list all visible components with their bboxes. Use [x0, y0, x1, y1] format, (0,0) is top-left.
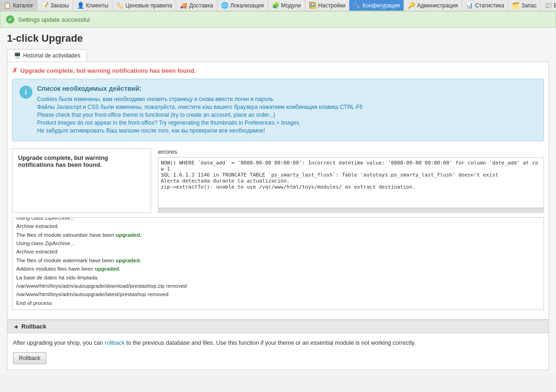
- tab-bar: 🖥️ Historial de actividades: [7, 49, 549, 62]
- tab-label: Historial de actividades: [23, 52, 80, 59]
- log-box[interactable]: Archive extractedThe files of module soc…: [12, 217, 544, 310]
- nav-delivery[interactable]: 🚚 Доставка: [176, 0, 217, 11]
- rollback-section: ◄ Rollback After upgrading your shop, yo…: [7, 320, 549, 370]
- log-upgraded-word: upgraded.: [115, 258, 141, 263]
- localization-icon: 🌐: [221, 2, 228, 9]
- catalog-icon: 📋: [4, 2, 11, 9]
- errors-title: errores: [158, 148, 544, 155]
- nav-settings[interactable]: 🖼️ Настройки: [305, 0, 350, 11]
- success-icon: ✓: [6, 15, 14, 24]
- nav-stock[interactable]: 🗂️ Запас: [508, 0, 541, 11]
- tab-content: ✗ Upgrade complete, but warning notifica…: [7, 62, 549, 320]
- log-line: /var/www/html/toys/adm/autoupgrade/downl…: [16, 282, 540, 290]
- nav-prices[interactable]: 🏷️ Ценовые правила: [113, 0, 176, 11]
- nav-stats[interactable]: 📊 Статистика: [462, 0, 508, 11]
- log-upgraded-word: upgraded.: [116, 232, 142, 238]
- nav-config-label: Конфигурация: [362, 2, 400, 9]
- stock-icon: 🗂️: [512, 2, 519, 9]
- log-line: The files of module vatnumber have been …: [16, 231, 540, 239]
- nav-localization-label: Локализация: [230, 2, 264, 9]
- nav-config[interactable]: 🔧 Конфигурация: [349, 0, 404, 11]
- errors-panel: errores NOW() WHERE `date_add` = '0000-0…: [158, 148, 544, 213]
- nav-catalog[interactable]: 📋 Каталог: [0, 0, 38, 11]
- nav-stats-label: Статистика: [475, 2, 504, 9]
- left-status-box: Upgrade complete, but warning notificati…: [12, 148, 151, 213]
- nav-clients[interactable]: 👤 Клиенты: [73, 0, 113, 11]
- log-line: Using class ZipArchive...: [16, 239, 540, 247]
- blog-icon: 📰: [544, 2, 552, 9]
- tab-activities[interactable]: 🖥️ Historial de actividades: [7, 49, 87, 62]
- top-nav: 📋 Каталог 📝 Заказы 👤 Клиенты 🏷️ Ценовые …: [0, 0, 556, 11]
- success-text: Settings update successful: [18, 16, 90, 23]
- nav-prices-label: Ценовые правила: [126, 2, 172, 9]
- log-line: La base de datos ha sido limpiada.: [16, 273, 540, 282]
- settings-icon: 🖼️: [309, 2, 316, 9]
- nav-delivery-label: Доставка: [189, 2, 213, 9]
- page-title: 1-click Upgrade: [7, 32, 549, 44]
- nav-localization[interactable]: 🌐 Локализация: [217, 0, 268, 11]
- tab-icon: 🖥️: [14, 52, 21, 59]
- config-icon: 🔧: [353, 2, 360, 9]
- log-line: Using class ZipArchive...: [16, 217, 540, 222]
- clients-icon: 👤: [77, 2, 84, 9]
- nav-settings-label: Настройки: [318, 2, 346, 9]
- prices-icon: 🏷️: [116, 2, 124, 9]
- nav-modules-label: Модули: [281, 2, 301, 9]
- rollback-description: After upgrading your shop, you can rollb…: [13, 339, 543, 348]
- nav-clients-label: Клиенты: [86, 2, 108, 9]
- log-line: /var/www/html/toys/adm/autoupgrade/lates…: [16, 290, 540, 298]
- info-item-1: Cookies были изменены, вам необходимо он…: [37, 96, 537, 102]
- info-box: i Список необходимых действий: Cookies б…: [12, 79, 544, 141]
- two-column-area: Upgrade complete, but warning notificati…: [12, 148, 544, 213]
- rollback-link[interactable]: rollback: [105, 340, 125, 346]
- stats-icon: 📊: [466, 2, 473, 9]
- log-line: Addons modules files have been upgraded.: [16, 265, 540, 273]
- error-icon: ✗: [12, 67, 18, 74]
- rollback-arrow-icon: ◄: [13, 323, 19, 330]
- info-title: Список необходимых действий:: [37, 85, 537, 92]
- admin-icon: 🔑: [408, 2, 415, 9]
- log-line: Archive extracted: [16, 222, 540, 230]
- log-line: The files of module watermark have been …: [16, 256, 540, 265]
- success-bar: ✓ Settings update successful: [0, 11, 556, 28]
- nav-orders[interactable]: 📝 Заказы: [38, 0, 73, 11]
- warning-message: ✗ Upgrade complete, but warning notifica…: [12, 67, 544, 74]
- rollback-header-label: Rollback: [21, 323, 46, 330]
- nav-stock-label: Запас: [521, 2, 537, 9]
- info-item-2: Файлы Javascript и CSS были изменены, по…: [37, 104, 537, 110]
- errors-scrollbar[interactable]: [158, 208, 544, 213]
- orders-icon: 📝: [41, 2, 49, 9]
- nav-admin-label: Администрация: [417, 2, 458, 9]
- rollback-button[interactable]: Rollback: [13, 352, 46, 364]
- info-list: Cookies были изменены, вам необходимо он…: [37, 96, 537, 134]
- rollback-header[interactable]: ◄ Rollback: [7, 320, 549, 333]
- nav-catalog-label: Каталог: [13, 2, 33, 9]
- delivery-icon: 🚚: [180, 2, 187, 9]
- info-item-5: Не забудьте активировать Ваш магазин пос…: [37, 127, 537, 134]
- errors-content[interactable]: NOW() WHERE `date_add` = '0000-00-00 00:…: [158, 157, 544, 208]
- nav-blog-label: Blog: [554, 2, 556, 9]
- log-line: Archive extracted: [16, 247, 540, 256]
- info-icon: i: [19, 86, 32, 99]
- warning-text: Upgrade complete, but warning notificati…: [20, 67, 196, 74]
- nav-modules[interactable]: 🧩 Модули: [268, 0, 305, 11]
- nav-admin[interactable]: 🔑 Администрация: [404, 0, 462, 11]
- nav-blog[interactable]: 📰 Blog: [541, 0, 556, 11]
- rollback-body: After upgrading your shop, you can rollb…: [7, 333, 549, 370]
- left-status-text: Upgrade complete, but warning notificati…: [18, 154, 108, 168]
- info-content: Список необходимых действий: Cookies был…: [37, 85, 537, 135]
- log-line: End of process: [16, 299, 540, 307]
- log-upgraded-word: upgraded.: [95, 266, 120, 272]
- nav-orders-label: Заказы: [51, 2, 69, 9]
- main-content: 1-click Upgrade 🖥️ Historial de activida…: [0, 28, 556, 375]
- info-item-4: Product images do not appear in the fron…: [37, 120, 537, 126]
- info-item-3: Please check that your front-office them…: [37, 112, 537, 118]
- modules-icon: 🧩: [272, 2, 279, 9]
